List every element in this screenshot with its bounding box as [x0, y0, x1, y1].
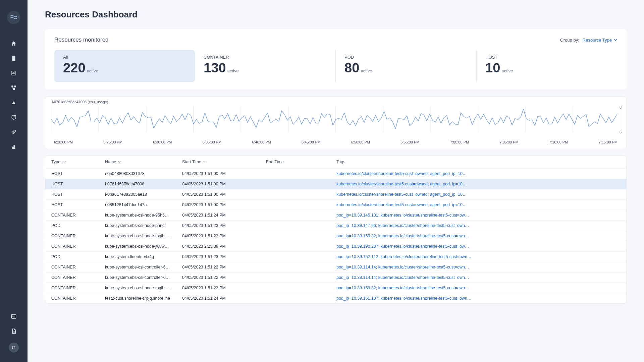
resources-icon[interactable] [10, 84, 17, 91]
logo[interactable] [7, 11, 20, 24]
table-row[interactable]: CONTAINER test2-cust.shoreline-t7pjq.sho… [45, 293, 626, 304]
cell-start: 04/05/2023 1:51:23 PM [176, 221, 260, 231]
group-by-label: Group by: [560, 38, 579, 43]
tags-link[interactable]: pod_ip=10.39.159.32; kubernetes.io/clust… [336, 286, 469, 290]
home-icon[interactable] [10, 40, 17, 47]
group-by-select[interactable]: Resource Type [583, 38, 617, 43]
tags-link[interactable]: pod_ip=10.39.114.14; kubernetes.io/clust… [336, 275, 469, 280]
chart-ytick-top: 8 [620, 105, 622, 109]
chart-xtick: 6:40:00 PM [252, 140, 271, 144]
col-header-end[interactable]: End Time [260, 156, 330, 169]
link-icon[interactable] [10, 129, 17, 135]
chart-xtick: 7:05:00 PM [499, 140, 518, 144]
tags-link[interactable]: kubernetes.io/cluster/shoreline-test5-cu… [336, 192, 467, 197]
tags-link[interactable]: pod_ip=10.39.190.237; kubernetes.io/clus… [336, 244, 469, 249]
stat-suffix: active [502, 68, 513, 73]
table-row[interactable]: POD kube-system.fluentd-vfx4g 04/05/2023… [45, 252, 626, 262]
cell-tags: pod_ip=10.39.190.237; kubernetes.io/clus… [330, 241, 626, 252]
cell-tags: kubernetes.io/cluster/shoreline-test5-cu… [330, 169, 626, 179]
stat-value: 80 [344, 60, 360, 75]
stat-label: CONTAINER [204, 55, 327, 60]
table-row[interactable]: CONTAINER kube-system.ebs-csi-node-rsglb… [45, 231, 626, 241]
runbook-icon[interactable] [10, 55, 17, 62]
chart-xaxis: 6:20:00 PM6:25:00 PM6:30:00 PM6:35:00 PM… [51, 140, 620, 144]
table-row[interactable]: CONTAINER kube-system.ebs-csi-controller… [45, 262, 626, 273]
cell-tags: pod_ip=10.39.114.14; kubernetes.io/clust… [330, 262, 626, 273]
metrics-icon[interactable] [10, 70, 17, 76]
chart-xtick: 6:45:00 PM [302, 140, 320, 144]
cell-start: 04/05/2023 1:51:00 PM [176, 200, 260, 210]
docs-icon[interactable] [10, 328, 17, 335]
col-header-tags[interactable]: Tags [330, 156, 626, 169]
cell-name: kube-system.ebs-csi-node-phncf [99, 221, 176, 231]
col-header-name[interactable]: Name [99, 156, 176, 169]
tags-link[interactable]: kubernetes.io/cluster/shoreline-test5-cu… [336, 182, 467, 186]
chart-card: i-0761d63ff8ec47008 (cpu_usage) 8 6 6:20… [45, 96, 627, 149]
tags-link[interactable]: kubernetes.io/cluster/shoreline-test5-cu… [336, 202, 467, 207]
cell-start: 04/05/2023 1:51:24 PM [176, 293, 260, 304]
cell-type: CONTAINER [45, 241, 99, 252]
tags-link[interactable]: pod_ip=10.39.145.131; kubernetes.io/clus… [336, 213, 469, 218]
cell-end [260, 262, 330, 273]
cell-name: i-0851281447dce147a [99, 200, 176, 210]
avatar[interactable]: G [9, 343, 19, 353]
table-row[interactable]: CONTAINER kube-system.ebs-csi-controller… [45, 273, 626, 283]
cell-type: HOST [45, 200, 99, 210]
table-row[interactable]: HOST i-0851281447dce147a 04/05/2023 1:51… [45, 200, 626, 210]
tags-link[interactable]: pod_ip=10.39.151.107; kubernetes.io/clus… [336, 296, 471, 301]
table-row[interactable]: CONTAINER kube-system.ebs-csi-node-95h6d… [45, 210, 626, 221]
cell-tags: pod_ip=10.39.159.32; kubernetes.io/clust… [330, 231, 626, 241]
stat-host[interactable]: HOST 10active [476, 50, 617, 82]
cell-start: 04/05/2023 1:51:24 PM [176, 210, 260, 221]
cell-type: CONTAINER [45, 262, 99, 273]
refresh-icon[interactable] [10, 114, 17, 121]
cell-end [260, 179, 330, 189]
chart-line [51, 106, 620, 133]
page-title: Resources Dashboard [45, 9, 627, 20]
chart-xtick: 6:35:00 PM [203, 140, 221, 144]
chart-xtick: 6:30:00 PM [153, 140, 172, 144]
group-by: Group by: Resource Type [560, 38, 617, 43]
table-row[interactable]: HOST i-0ba617e3a2305ae18 04/05/2023 1:51… [45, 189, 626, 200]
col-header-type[interactable]: Type [45, 156, 99, 169]
chart-ytick-bottom: 6 [620, 130, 622, 134]
cell-name: kube-system.fluentd-vfx4g [99, 252, 176, 262]
cell-end [260, 273, 330, 283]
cell-type: CONTAINER [45, 283, 99, 293]
table-row[interactable]: HOST i-0761d63ff8ec47008 04/05/2023 1:51… [45, 179, 626, 189]
cell-end [260, 293, 330, 304]
cell-tags: pod_ip=10.39.147.96; kubernetes.io/clust… [330, 221, 626, 231]
table-row[interactable]: CONTAINER kube-system.ebs-csi-node-jw8wh… [45, 241, 626, 252]
table-row[interactable]: POD kube-system.ebs-csi-node-phncf 04/05… [45, 221, 626, 231]
chart-xtick: 6:55:00 PM [400, 140, 419, 144]
svg-rect-4 [11, 314, 16, 318]
tags-link[interactable]: pod_ip=10.39.147.96; kubernetes.io/clust… [336, 223, 469, 228]
stat-value: 220 [63, 60, 86, 75]
table-row[interactable]: CONTAINER kube-system.ebs-csi-node-rsglb… [45, 283, 626, 293]
cell-tags: pod_ip=10.39.145.131; kubernetes.io/clus… [330, 210, 626, 221]
stat-all[interactable]: All 220active [54, 50, 195, 82]
table-row[interactable]: HOST i-0504880808d31ff73 04/05/2023 1:51… [45, 169, 626, 179]
cell-end [260, 169, 330, 179]
stat-container[interactable]: CONTAINER 130active [195, 50, 335, 82]
cell-end [260, 210, 330, 221]
chart-title: i-0761d63ff8ec47008 (cpu_usage) [51, 100, 620, 104]
cell-tags: pod_ip=10.39.114.14; kubernetes.io/clust… [330, 273, 626, 283]
cell-name: kube-system.ebs-csi-controller-644544… [99, 273, 176, 283]
tags-link[interactable]: kubernetes.io/cluster/shoreline-test5-cu… [336, 171, 467, 176]
terminal-icon[interactable] [10, 313, 17, 320]
cell-tags: kubernetes.io/cluster/shoreline-test5-cu… [330, 189, 626, 200]
tags-link[interactable]: pod_ip=10.39.159.32; kubernetes.io/clust… [336, 234, 469, 238]
tags-link[interactable]: pod_ip=10.39.152.112; kubernetes.io/clus… [336, 254, 471, 259]
cell-type: CONTAINER [45, 273, 99, 283]
col-header-start[interactable]: Start Time [176, 156, 260, 169]
tags-link[interactable]: pod_ip=10.39.114.14; kubernetes.io/clust… [336, 265, 469, 269]
lock-icon[interactable] [10, 143, 17, 150]
cell-end [260, 200, 330, 210]
stat-pod[interactable]: POD 80active [335, 50, 476, 82]
actions-icon[interactable] [10, 99, 17, 106]
cell-start: 04/05/2023 1:51:23 PM [176, 231, 260, 241]
cell-start: 04/05/2023 1:51:22 PM [176, 273, 260, 283]
svg-rect-2 [13, 88, 15, 90]
resources-table: Type Name Start Time End Time Tags HOST … [45, 156, 626, 303]
